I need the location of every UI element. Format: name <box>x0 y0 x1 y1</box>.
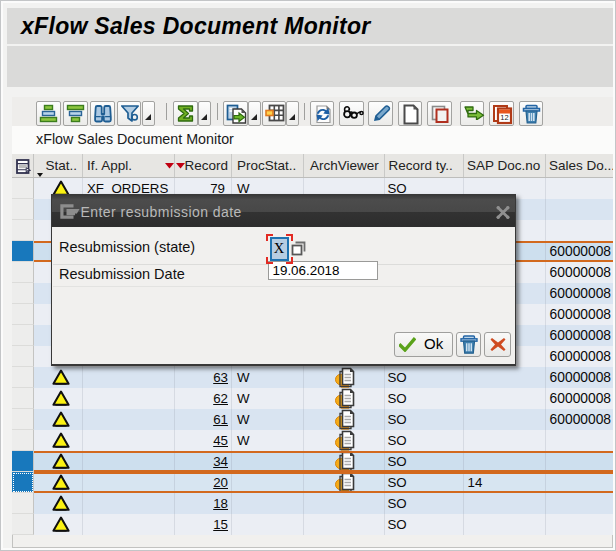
svg-text:12: 12 <box>500 113 508 122</box>
